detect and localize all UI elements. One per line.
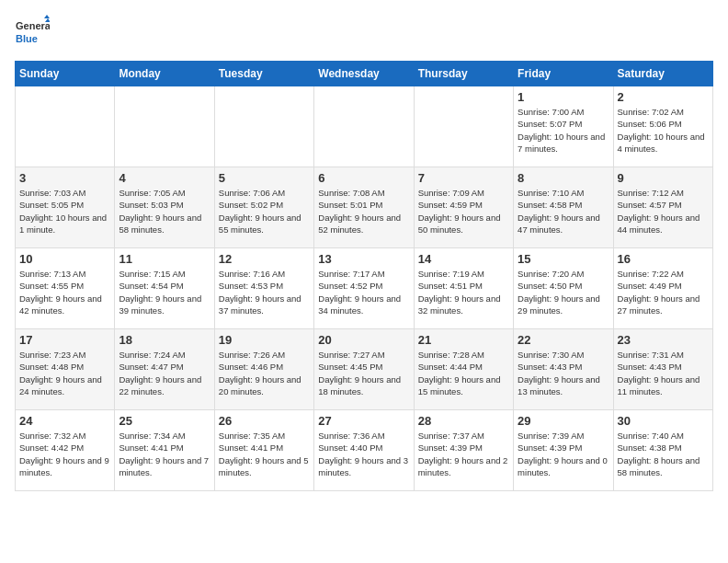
day-number: 10 (19, 252, 110, 266)
calendar-day-cell: 3Sunrise: 7:03 AM Sunset: 5:05 PM Daylig… (16, 167, 115, 248)
day-info: Sunrise: 7:31 AM Sunset: 4:43 PM Dayligh… (618, 349, 709, 397)
day-info: Sunrise: 7:32 AM Sunset: 4:42 PM Dayligh… (19, 430, 110, 478)
calendar-day-cell: 28Sunrise: 7:37 AM Sunset: 4:39 PM Dayli… (414, 410, 513, 491)
calendar-day-cell: 13Sunrise: 7:17 AM Sunset: 4:52 PM Dayli… (314, 248, 414, 329)
day-number: 18 (119, 333, 210, 347)
day-number: 15 (518, 252, 609, 266)
calendar-day-cell: 15Sunrise: 7:20 AM Sunset: 4:50 PM Dayli… (514, 248, 613, 329)
day-info: Sunrise: 7:27 AM Sunset: 4:45 PM Dayligh… (318, 349, 409, 397)
logo-icon: General Blue (15, 15, 50, 50)
day-info: Sunrise: 7:00 AM Sunset: 5:07 PM Dayligh… (518, 106, 609, 155)
day-info: Sunrise: 7:08 AM Sunset: 5:01 PM Dayligh… (318, 187, 409, 236)
calendar-day-cell: 2Sunrise: 7:02 AM Sunset: 5:06 PM Daylig… (613, 86, 712, 167)
day-number: 12 (219, 252, 310, 266)
day-info: Sunrise: 7:02 AM Sunset: 5:06 PM Dayligh… (618, 106, 709, 155)
calendar-table: SundayMondayTuesdayWednesdayThursdayFrid… (15, 61, 713, 491)
day-number: 7 (418, 171, 509, 185)
day-info: Sunrise: 7:39 AM Sunset: 4:39 PM Dayligh… (518, 430, 609, 478)
calendar-week-row: 3Sunrise: 7:03 AM Sunset: 5:05 PM Daylig… (16, 167, 713, 248)
calendar-day-header: Wednesday (314, 62, 414, 86)
day-info: Sunrise: 7:20 AM Sunset: 4:50 PM Dayligh… (518, 268, 609, 316)
calendar-day-cell: 25Sunrise: 7:34 AM Sunset: 4:41 PM Dayli… (115, 410, 214, 491)
calendar-day-cell: 22Sunrise: 7:30 AM Sunset: 4:43 PM Dayli… (514, 329, 613, 410)
day-info: Sunrise: 7:26 AM Sunset: 4:46 PM Dayligh… (219, 349, 310, 397)
calendar-day-cell (16, 86, 115, 167)
day-info: Sunrise: 7:28 AM Sunset: 4:44 PM Dayligh… (418, 349, 509, 397)
calendar-day-cell: 24Sunrise: 7:32 AM Sunset: 4:42 PM Dayli… (16, 410, 115, 491)
day-info: Sunrise: 7:22 AM Sunset: 4:49 PM Dayligh… (618, 268, 709, 316)
day-number: 22 (518, 333, 609, 347)
day-number: 27 (318, 414, 409, 428)
day-number: 1 (518, 90, 609, 104)
calendar-day-header: Tuesday (214, 62, 313, 86)
calendar-day-cell (214, 86, 313, 167)
page-header: General Blue (15, 15, 713, 50)
day-number: 25 (119, 414, 210, 428)
calendar-day-cell: 23Sunrise: 7:31 AM Sunset: 4:43 PM Dayli… (613, 329, 712, 410)
day-number: 30 (618, 414, 709, 428)
calendar-day-cell: 30Sunrise: 7:40 AM Sunset: 4:38 PM Dayli… (613, 410, 712, 491)
day-number: 5 (219, 171, 310, 185)
calendar-day-cell: 16Sunrise: 7:22 AM Sunset: 4:49 PM Dayli… (613, 248, 712, 329)
day-number: 8 (518, 171, 609, 185)
logo: General Blue (15, 15, 50, 50)
day-number: 26 (219, 414, 310, 428)
day-info: Sunrise: 7:17 AM Sunset: 4:52 PM Dayligh… (318, 268, 409, 316)
day-number: 19 (219, 333, 310, 347)
calendar-day-cell: 17Sunrise: 7:23 AM Sunset: 4:48 PM Dayli… (16, 329, 115, 410)
calendar-day-header: Friday (514, 62, 613, 86)
day-info: Sunrise: 7:15 AM Sunset: 4:54 PM Dayligh… (119, 268, 210, 316)
calendar-day-cell (314, 86, 414, 167)
calendar-day-cell: 20Sunrise: 7:27 AM Sunset: 4:45 PM Dayli… (314, 329, 414, 410)
calendar-day-cell: 27Sunrise: 7:36 AM Sunset: 4:40 PM Dayli… (314, 410, 414, 491)
calendar-day-cell: 21Sunrise: 7:28 AM Sunset: 4:44 PM Dayli… (414, 329, 513, 410)
calendar-day-cell: 11Sunrise: 7:15 AM Sunset: 4:54 PM Dayli… (115, 248, 214, 329)
day-number: 2 (618, 90, 709, 104)
calendar-day-cell: 5Sunrise: 7:06 AM Sunset: 5:02 PM Daylig… (214, 167, 313, 248)
day-number: 24 (19, 414, 110, 428)
day-info: Sunrise: 7:30 AM Sunset: 4:43 PM Dayligh… (518, 349, 609, 397)
calendar-week-row: 17Sunrise: 7:23 AM Sunset: 4:48 PM Dayli… (16, 329, 713, 410)
calendar-day-cell: 4Sunrise: 7:05 AM Sunset: 5:03 PM Daylig… (115, 167, 214, 248)
day-number: 28 (418, 414, 509, 428)
calendar-day-header: Monday (115, 62, 214, 86)
day-number: 21 (418, 333, 509, 347)
day-info: Sunrise: 7:05 AM Sunset: 5:03 PM Dayligh… (119, 187, 210, 236)
calendar-day-header: Saturday (613, 62, 712, 86)
day-info: Sunrise: 7:23 AM Sunset: 4:48 PM Dayligh… (19, 349, 110, 397)
calendar-day-cell: 19Sunrise: 7:26 AM Sunset: 4:46 PM Dayli… (214, 329, 313, 410)
day-number: 14 (418, 252, 509, 266)
day-number: 4 (119, 171, 210, 185)
day-number: 3 (19, 171, 110, 185)
day-info: Sunrise: 7:24 AM Sunset: 4:47 PM Dayligh… (119, 349, 210, 397)
day-info: Sunrise: 7:36 AM Sunset: 4:40 PM Dayligh… (318, 430, 409, 478)
calendar-day-cell: 10Sunrise: 7:13 AM Sunset: 4:55 PM Dayli… (16, 248, 115, 329)
calendar-day-cell: 6Sunrise: 7:08 AM Sunset: 5:01 PM Daylig… (314, 167, 414, 248)
svg-text:Blue: Blue (16, 33, 38, 44)
day-number: 13 (318, 252, 409, 266)
day-info: Sunrise: 7:09 AM Sunset: 4:59 PM Dayligh… (418, 187, 509, 236)
calendar-week-row: 10Sunrise: 7:13 AM Sunset: 4:55 PM Dayli… (16, 248, 713, 329)
day-info: Sunrise: 7:40 AM Sunset: 4:38 PM Dayligh… (618, 430, 709, 478)
calendar-day-header: Thursday (414, 62, 513, 86)
calendar-day-cell: 9Sunrise: 7:12 AM Sunset: 4:57 PM Daylig… (613, 167, 712, 248)
day-info: Sunrise: 7:06 AM Sunset: 5:02 PM Dayligh… (219, 187, 310, 236)
calendar-week-row: 1Sunrise: 7:00 AM Sunset: 5:07 PM Daylig… (16, 86, 713, 167)
day-number: 6 (318, 171, 409, 185)
calendar-day-header: Sunday (16, 62, 115, 86)
calendar-day-cell (414, 86, 513, 167)
day-info: Sunrise: 7:34 AM Sunset: 4:41 PM Dayligh… (119, 430, 210, 478)
calendar-header-row: SundayMondayTuesdayWednesdayThursdayFrid… (16, 62, 713, 86)
svg-text:General: General (16, 20, 50, 31)
day-number: 16 (618, 252, 709, 266)
day-number: 29 (518, 414, 609, 428)
day-info: Sunrise: 7:12 AM Sunset: 4:57 PM Dayligh… (618, 187, 709, 236)
day-info: Sunrise: 7:19 AM Sunset: 4:51 PM Dayligh… (418, 268, 509, 316)
day-info: Sunrise: 7:35 AM Sunset: 4:41 PM Dayligh… (219, 430, 310, 478)
day-number: 9 (618, 171, 709, 185)
calendar-day-cell: 12Sunrise: 7:16 AM Sunset: 4:53 PM Dayli… (214, 248, 313, 329)
day-number: 11 (119, 252, 210, 266)
calendar-week-row: 24Sunrise: 7:32 AM Sunset: 4:42 PM Dayli… (16, 410, 713, 491)
calendar-day-cell (115, 86, 214, 167)
day-info: Sunrise: 7:37 AM Sunset: 4:39 PM Dayligh… (418, 430, 509, 478)
